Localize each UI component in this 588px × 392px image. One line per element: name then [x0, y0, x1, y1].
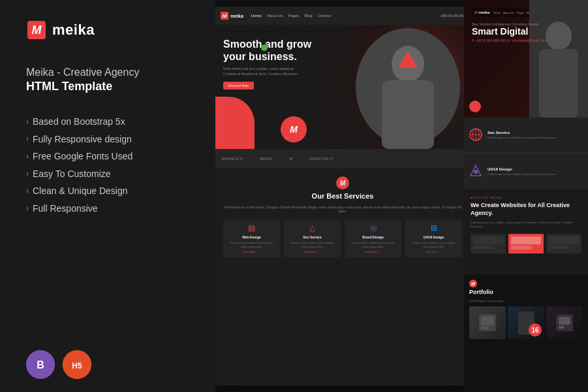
smart-content: Best Solution Forthquiness Consulting Se… — [472, 22, 580, 42]
nav-link-about[interactable]: About Us — [267, 14, 283, 18]
mini-service-1 — [471, 234, 506, 253]
nav-link-blog[interactable]: Blog — [305, 14, 313, 18]
svg-rect-8 — [382, 80, 434, 149]
seo-card-desc: Pellentesque ut arcu sodales cursus aliq… — [487, 136, 556, 139]
web-design-icon: ▤ — [227, 223, 276, 233]
badges-area: B H5 — [26, 350, 196, 379]
portfolio-img-3 — [546, 306, 583, 339]
template-title-line2: HTML Template — [26, 80, 196, 93]
creative-desc: Pellentesque ut arcu sodales, cursus ali… — [471, 221, 581, 229]
smart-nav-about[interactable]: About Us — [503, 11, 514, 14]
smart-nav-logo: M meika — [474, 10, 489, 14]
portfolio-logo-dot: M — [469, 280, 477, 287]
portfolio-images: 16 — [469, 306, 583, 339]
svg-rect-23 — [559, 326, 564, 329]
service-link-seo[interactable]: Read More → — [288, 250, 337, 253]
portfolio-number-badge: 16 — [529, 323, 542, 336]
svg-text:M: M — [32, 24, 42, 37]
svg-rect-20 — [481, 327, 489, 329]
seo-service-card: Seo Service Pellentesque ut arcu sodales… — [464, 118, 588, 154]
nav-link-pages[interactable]: Pages — [288, 14, 300, 18]
check-icon-3: › — [26, 149, 29, 164]
ux-card-icon — [469, 164, 482, 179]
smart-person-bg — [529, 0, 588, 118]
portfolio-desc: Pellentesque ut arcu in magna. — [469, 299, 583, 302]
nav-link-contact[interactable]: Contact — [318, 14, 332, 18]
hero-triangle-decor — [398, 51, 418, 68]
portfolio-title: Portfolio — [469, 289, 583, 295]
svg-point-17 — [474, 170, 478, 174]
portfolio-header: M — [469, 280, 583, 287]
ux-design-icon: ⊞ — [409, 223, 458, 233]
mini-service-3 — [546, 234, 581, 253]
feature-item-6: › Full Responsive — [26, 200, 196, 218]
meika-logo-icon: M — [26, 20, 47, 41]
bootstrap-badge: B — [26, 350, 55, 379]
brand-meika: meika — [260, 157, 272, 161]
hero-cta-button[interactable]: Discover Now — [223, 82, 254, 90]
smart-contact: P: +88 00 000-888-000 | E: info.Meika@Gm… — [472, 39, 580, 42]
service-link-ux[interactable]: Read More → — [409, 250, 458, 253]
smart-title: Smart Digital — [472, 26, 580, 37]
service-card-ux: ⊞ UX/UI Design Foram ut arcu sodales cur… — [405, 220, 462, 257]
html5-badge: H5 — [63, 350, 91, 379]
site-nav: M meika Home About Us Pages Blog Contact… — [215, 7, 470, 25]
hero-red-accent — [215, 97, 255, 149]
feature-item-2: › Fully Responsive design — [26, 131, 196, 148]
svg-rect-11 — [539, 49, 578, 118]
hero-person-svg — [352, 25, 463, 149]
nav-link-home[interactable]: Home — [251, 14, 262, 18]
service-desc-seo: Foram ut arcu sodales cursus aliquet lor… — [288, 241, 337, 248]
feature-item-5: › Clean & Unique Design — [26, 182, 196, 200]
feature-item-3: › Free Google Fonts Used — [26, 148, 196, 165]
services-title: Our Best Services — [223, 192, 462, 200]
check-icon-4: › — [26, 167, 29, 182]
svg-text:H5: H5 — [72, 361, 82, 370]
portfolio-section: M Portfolio Pellentesque ut arcu in magn… — [464, 274, 588, 392]
smart-red-dot — [469, 101, 481, 112]
service-desc-ux: Foram ut arcu sodales cursus aliquet lor… — [409, 241, 458, 248]
brand-w: W — [289, 157, 293, 161]
service-link-web[interactable]: Read More → — [227, 250, 276, 253]
smart-nav-pages[interactable]: Pages — [517, 11, 524, 14]
seo-card-info: Seo Service Pellentesque ut arcu sodales… — [487, 131, 556, 139]
creative-agency-section: ABOUT BY MEIKA We Create Websites for Al… — [464, 189, 588, 274]
check-icon-2: › — [26, 131, 29, 146]
ux-card-title: UX/UI Design — [487, 167, 556, 171]
portfolio-img-1 — [469, 306, 506, 339]
service-name-ux: UX/UI Design — [409, 235, 458, 239]
service-link-brand[interactable]: Read More → — [348, 250, 397, 253]
feature-item-4: › Easy To Customize — [26, 165, 196, 183]
services-logo-dot: M — [336, 176, 349, 189]
service-desc-brand: Foram ut arcu sodales cursus aliquet lor… — [348, 241, 397, 248]
svg-rect-19 — [481, 316, 494, 325]
hero-green-dot — [261, 44, 268, 51]
creative-services-mini — [471, 234, 581, 253]
site-nav-links: Home About Us Pages Blog Contact — [251, 14, 331, 18]
features-list: › Based on Bootstrap 5x › Fully Responsi… — [26, 113, 196, 218]
site-nav-logo: M meika — [221, 12, 243, 20]
brand-branchit: Branch IT — [222, 157, 243, 161]
portfolio-img-3-svg — [555, 313, 574, 333]
hero-title: Smooth and grow your business. — [223, 38, 328, 63]
check-icon-1: › — [26, 114, 29, 129]
service-desc-web: Foram ut arcu sodales cursus aliquet lor… — [227, 241, 276, 248]
template-title-line1: Meika - Creative Agency — [26, 67, 196, 78]
smart-person-svg — [529, 0, 588, 118]
hero-subtitle: Nulla lobortis sed arcu sodales, cursus … — [223, 67, 302, 76]
mini-service-accent — [508, 234, 544, 253]
service-card-web: ▤ Web Design Foram ut arcu sodales cursu… — [223, 220, 280, 257]
site-hero: Smooth and grow your business. Nulla lob… — [215, 25, 470, 149]
check-icon-5: › — [26, 184, 29, 199]
feature-item-1: › Based on Bootstrap 5x — [26, 113, 196, 131]
svg-rect-22 — [559, 317, 570, 325]
creative-label: ABOUT BY MEIKA — [471, 196, 581, 199]
service-card-seo: △ Seo Service Foram ut arcu sodales curs… — [284, 220, 341, 257]
service-name-seo: Seo Service — [288, 235, 337, 239]
check-icon-6: › — [26, 201, 29, 216]
site-services: M Our Best Services Perferendis et ut ve… — [215, 169, 470, 265]
seo-service-icon: △ — [288, 223, 337, 233]
brands-bar: Branch IT | meika | W | Creative IT — [215, 149, 470, 169]
creative-title: We Create Websites for All Creative Agen… — [471, 202, 581, 217]
smart-nav-home[interactable]: Home — [493, 11, 501, 14]
